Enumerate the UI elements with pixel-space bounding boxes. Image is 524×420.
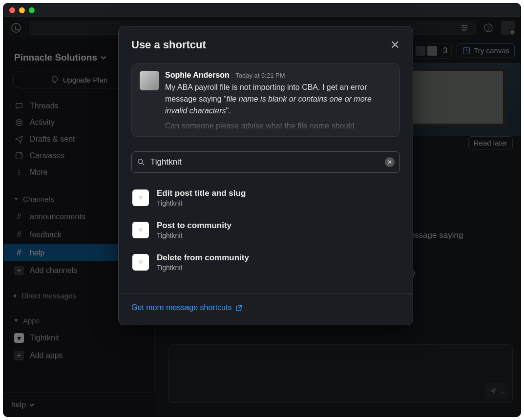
canvas-plus-icon	[462, 46, 471, 55]
close-icon: ✕	[387, 159, 392, 166]
sliders-icon	[460, 23, 469, 32]
send-icon	[488, 386, 497, 395]
shortcut-search-input[interactable]	[150, 157, 380, 167]
svg-point-10	[19, 174, 20, 175]
shortcut-list: ♥ Edit post title and slug Tightknit ♥ P…	[119, 173, 413, 293]
section-label: Channels	[23, 195, 54, 203]
shortcut-label: Delete from community	[157, 253, 249, 263]
clear-search-button[interactable]: ✕	[385, 157, 395, 167]
search-icon	[137, 158, 146, 167]
tightknit-icon: ♥	[132, 254, 149, 271]
caret-down-icon	[14, 319, 18, 322]
channel-label: feedback	[30, 231, 62, 239]
canvas-icon	[14, 151, 24, 160]
svg-point-5	[16, 120, 22, 126]
modal-close-button[interactable]: ✕	[390, 38, 400, 52]
svg-point-12	[138, 159, 143, 164]
avatar	[426, 45, 438, 57]
section-label: Apps	[23, 316, 40, 325]
hash-icon: #	[14, 248, 24, 258]
window-titlebar	[3, 3, 521, 17]
history-button[interactable]	[9, 21, 23, 35]
threads-icon	[14, 102, 24, 110]
shortcut-app-name: Tightknit	[157, 199, 246, 207]
shortcut-edit-post[interactable]: ♥ Edit post title and slug Tightknit	[131, 182, 400, 214]
caret-down-icon	[14, 198, 18, 200]
shortcut-label: Post to community	[157, 221, 231, 231]
svg-point-6	[18, 121, 20, 124]
clock-icon	[11, 23, 21, 33]
svg-text:?: ?	[487, 25, 490, 31]
svg-point-8	[19, 169, 20, 171]
traffic-close[interactable]	[9, 7, 15, 13]
jump-to-channel[interactable]: help	[11, 400, 35, 409]
message-body-continuation: Can someone please advise what the file …	[165, 122, 392, 130]
filter-button[interactable]	[458, 21, 471, 35]
svg-point-1	[465, 27, 467, 29]
traffic-zoom[interactable]	[29, 7, 35, 13]
shortcut-modal: Use a shortcut ✕ Sophie Anderson Today a…	[118, 26, 413, 325]
message-timestamp: Today at 6:21 PM	[235, 72, 285, 79]
chevron-down-icon: ⌄	[499, 386, 505, 396]
shortcut-delete-from-community[interactable]: ♥ Delete from community Tightknit	[131, 246, 400, 278]
member-count: 3	[443, 46, 447, 55]
app-label: Tightknit	[30, 334, 59, 342]
shortcut-app-name: Tightknit	[157, 231, 231, 239]
nav-label: More	[30, 168, 47, 177]
shortcut-search[interactable]: ✕	[131, 151, 400, 173]
chevron-down-icon	[100, 54, 107, 61]
tightknit-icon: ♥	[132, 222, 149, 238]
hash-icon: #	[14, 211, 24, 222]
caret-right-icon	[14, 294, 17, 298]
close-icon: ✕	[390, 38, 400, 51]
send-icon	[14, 135, 24, 144]
add-apps[interactable]: + Add apps	[8, 347, 149, 364]
help-icon: ?	[483, 23, 493, 33]
svg-point-0	[462, 25, 464, 27]
at-icon	[14, 118, 24, 127]
shortcut-app-name: Tightknit	[157, 264, 249, 272]
member-count-button[interactable]: 3	[413, 43, 452, 59]
message-author: Sophie Anderson	[165, 71, 230, 79]
section-label: Direct messages	[21, 292, 76, 300]
shortcut-label: Edit post title and slug	[157, 189, 246, 198]
nav-label: Drafts & sent	[30, 135, 75, 144]
context-message: Sophie Anderson Today at 6:21 PM My ABA …	[131, 63, 400, 137]
plus-icon: +	[14, 351, 24, 360]
modal-title: Use a shortcut	[131, 39, 206, 51]
nav-label: Threads	[30, 102, 59, 110]
try-canvas-button[interactable]: Try canvas	[457, 43, 515, 58]
message-composer[interactable]: ⌄	[168, 344, 513, 403]
more-icon	[14, 168, 24, 177]
hash-icon: #	[14, 230, 24, 240]
nav-label: Canvases	[30, 151, 64, 160]
rocket-icon	[50, 75, 59, 84]
message-body: My ABA payroll file is not importing int…	[165, 82, 392, 117]
help-button[interactable]: ?	[482, 21, 495, 35]
send-button[interactable]: ⌄	[485, 383, 508, 399]
plus-icon: +	[14, 266, 24, 275]
svg-point-9	[19, 172, 20, 173]
workspace-name: Pinnacle Solutions	[14, 52, 97, 63]
read-later-button[interactable]: Read later	[468, 136, 513, 149]
channel-label: help	[30, 249, 44, 257]
read-later-label: Read later	[474, 139, 507, 147]
nav-label: Activity	[30, 118, 55, 127]
avatar	[415, 45, 426, 57]
tightknit-icon: ♥	[14, 333, 24, 343]
upgrade-label: Upgrade Plan	[63, 76, 108, 84]
avatar	[140, 71, 159, 90]
user-avatar[interactable]	[501, 21, 515, 35]
channel-label: announcements	[30, 212, 85, 221]
tightknit-icon: ♥	[132, 189, 149, 206]
app-tightknit[interactable]: ♥ Tightknit	[8, 330, 149, 346]
add-apps-label: Add apps	[30, 351, 63, 360]
msg-text: ".	[226, 106, 231, 115]
shortcut-post-to-community[interactable]: ♥ Post to community Tightknit	[131, 214, 400, 246]
bottom-channel-label: help	[11, 400, 26, 409]
traffic-minimize[interactable]	[19, 7, 25, 13]
chevron-down-icon	[29, 402, 35, 408]
footer-link-label: Get more message shortcuts	[131, 303, 231, 312]
get-more-shortcuts-link[interactable]: Get more message shortcuts	[131, 303, 400, 312]
external-link-icon	[235, 304, 243, 312]
